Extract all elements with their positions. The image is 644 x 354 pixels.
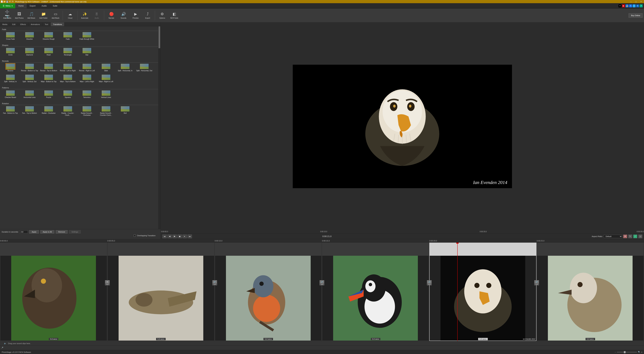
- transition-reveal-left-to-right[interactable]: Reveal - Left to Right: [59, 64, 77, 73]
- loop-button[interactable]: ↻: [628, 235, 632, 238]
- aspect-select[interactable]: Default: [604, 235, 622, 238]
- twitter-icon[interactable]: t: [632, 4, 636, 8]
- toolbar-cloud[interactable]: ☁Cloud: [64, 10, 76, 21]
- timeline-view-button[interactable]: ≡: [641, 351, 642, 353]
- transition-radial-smooth-counter-clock-[interactable]: Radial Smooth - Counter-Clock...: [97, 106, 115, 116]
- tab-export[interactable]: Export: [27, 3, 38, 9]
- transition-radial-clockwise[interactable]: Radial - Clockwise: [40, 106, 58, 116]
- timeline-ruler[interactable]: 0:00:00.00:00:05.00:00:10.00:00:15.00:00…: [0, 239, 644, 243]
- transition-chip[interactable]: 🔗2.0: [427, 280, 432, 285]
- preview-time-ruler[interactable]: 0:00:00.0 0:00:10.0 0:00:20.0 0:00:30.0: [161, 230, 644, 233]
- transition-cross-fade[interactable]: Cross Fade: [1, 32, 20, 42]
- transition-split-horizontal-in[interactable]: Split - Horizontal, In: [116, 64, 134, 73]
- panel-tab-effects[interactable]: Effects: [18, 22, 28, 26]
- thumbs-up-icon[interactable]: 👍: [626, 4, 628, 8]
- transition-dissolve[interactable]: Dissolve: [20, 32, 38, 42]
- playhead[interactable]: [457, 243, 458, 341]
- close-button[interactable]: ✕: [639, 0, 643, 3]
- transition-reveal-top-to-bottom[interactable]: Reveal - Top to Bottom: [40, 64, 58, 73]
- transition-star[interactable]: Star: [78, 48, 96, 58]
- last-frame-button[interactable]: ⏭: [188, 235, 192, 238]
- open-icon[interactable]: 📂: [3, 1, 6, 3]
- file-icon[interactable]: 📄: [1, 1, 3, 3]
- transition-chip[interactable]: 🔗2.0: [320, 280, 324, 285]
- transition-reveal-right-to-left[interactable]: Reveal - Right to Left: [78, 64, 96, 73]
- transition-radial-counter-clock-[interactable]: Radial - Counter-Clock...: [59, 106, 77, 116]
- toolbar-audio[interactable]: 🎚Audio: [91, 10, 103, 21]
- timeline-clip[interactable]: 5.0 secs🔗2.0: [215, 243, 322, 341]
- transition-wipe-top-to-bottom[interactable]: Wipe - Top to Bottom: [59, 74, 77, 84]
- stop-button[interactable]: ⏹: [178, 235, 182, 238]
- overlap-checkbox[interactable]: [134, 235, 136, 237]
- panel-tab-text[interactable]: Text: [42, 22, 51, 26]
- sound-track-row[interactable]: 🔈 Drag your sound clips here.: [0, 341, 644, 345]
- panel-tab-animations[interactable]: Animations: [28, 22, 42, 26]
- menu-dropdown-button[interactable]: ☰ Menu ▾: [0, 3, 15, 9]
- transition-tetromino[interactable]: Tetromino: [78, 90, 96, 100]
- scrollbar-vertical[interactable]: [158, 26, 160, 229]
- panel-tab-edit[interactable]: Edit: [10, 22, 18, 26]
- youtube-icon[interactable]: ▶: [622, 4, 625, 8]
- toolbar-nch-suite[interactable]: ◧NCH Suite: [168, 10, 180, 21]
- toolbar-export[interactable]: ⤴Export: [142, 10, 154, 21]
- transition-slide[interactable]: Slide: [97, 64, 115, 73]
- toolbar-add-photos[interactable]: 🖼Add Photos: [14, 10, 25, 21]
- minimize-button[interactable]: —: [628, 0, 633, 3]
- timeline-clip[interactable]: 5.0 secs⏸2.0: [107, 243, 215, 341]
- tab-audio[interactable]: Audio: [38, 3, 50, 9]
- save-icon[interactable]: 💾: [6, 1, 8, 3]
- transition-heart[interactable]: Heart: [40, 48, 58, 58]
- transition-chip[interactable]: 🔗2.0: [212, 280, 217, 285]
- transitions-list[interactable]: FadeCross FadeDissolveDissolve RoughFade…: [0, 26, 160, 229]
- redo-icon[interactable]: ↷: [12, 1, 14, 3]
- toolbar-sounds[interactable]: 🔊Sounds: [118, 10, 129, 21]
- timeline-clip[interactable]: 5.0 secs🔗2.0: [322, 243, 429, 341]
- linkedin-icon[interactable]: in: [636, 4, 639, 8]
- next-frame-button[interactable]: ▸: [182, 235, 187, 238]
- detach-button[interactable]: ◲: [638, 235, 642, 238]
- transition-diamond[interactable]: Diamond: [20, 48, 38, 58]
- toolbar-preview[interactable]: ▶Preview: [130, 10, 142, 21]
- maximize-button[interactable]: ▢: [634, 0, 638, 3]
- toolbar-add-blank[interactable]: ▭Add Blank: [50, 10, 62, 21]
- settings-button[interactable]: Settings: [69, 230, 81, 234]
- apply-all-button[interactable]: Apply to All: [40, 230, 54, 234]
- transition-squares[interactable]: Squares: [59, 90, 77, 100]
- transition-chip[interactable]: ⏸2.0: [105, 280, 110, 285]
- toolbar-add-media[interactable]: ➕📷Add Media: [1, 10, 13, 21]
- transition-fan-bottom-to-top[interactable]: Fan - Bottom to Top: [1, 106, 20, 116]
- tab-home[interactable]: Home: [15, 3, 27, 9]
- transition-split-horizontal-out[interactable]: Split - Horizontal, Out: [135, 64, 153, 73]
- help-icon[interactable]: ?: [640, 4, 643, 8]
- snapshot-button[interactable]: ✖: [623, 235, 627, 238]
- transition-split-vertical-in[interactable]: Split - Vertical, In: [1, 74, 20, 84]
- transition-circle[interactable]: Circle: [1, 48, 20, 58]
- panel-tab-media[interactable]: Media: [0, 22, 10, 26]
- toolbar-add-music[interactable]: 🎵Add Music: [26, 10, 37, 21]
- narration-track-row[interactable]: 🎤: [0, 345, 644, 350]
- transition-vertical-lines[interactable]: Vertical Lines: [97, 90, 115, 100]
- transition-wipe-right-to-left[interactable]: Wipe - Right to Left: [97, 74, 115, 84]
- toolbar-narrate[interactable]: 🔴Narrate: [106, 10, 117, 21]
- transition-fade[interactable]: Fade: [59, 32, 77, 42]
- transition-dissolve-rough[interactable]: Dissolve Rough: [40, 32, 58, 42]
- panel-tab-transitions[interactable]: Transitions: [51, 22, 64, 26]
- flickr-icon[interactable]: ••: [618, 4, 622, 8]
- toolbar-add-folder[interactable]: 📁Add Folder: [38, 10, 49, 21]
- transition-checker-board[interactable]: Checker Board: [1, 90, 20, 100]
- transition-wipe-bottom-to-top[interactable]: Wipe - Bottom to Top: [40, 74, 58, 84]
- transition-reveal-bottom-to-top[interactable]: Reveal - Bottom to Top: [20, 64, 38, 73]
- transition-wipe-left-to-right[interactable]: Wipe - Left to Right: [78, 74, 96, 84]
- transition-roll[interactable]: Roll: [116, 106, 134, 116]
- transition-fade-through-white[interactable]: Fade through White: [78, 32, 96, 42]
- facebook-icon[interactable]: f: [629, 4, 632, 8]
- zoom-out-button[interactable]: −: [615, 351, 616, 353]
- duration-input[interactable]: [20, 230, 28, 233]
- storyboard-row[interactable]: 5.0 secs5.0 secs⏸2.05.0 secs🔗2.05.0 secs…: [0, 243, 644, 341]
- transition-rectangle[interactable]: Rectangle: [59, 48, 77, 58]
- transition-puzzle[interactable]: Puzzle: [40, 90, 58, 100]
- timeline-clip[interactable]: 5.0 secs🔗2.0: [537, 243, 644, 341]
- transition-horizontal-lines[interactable]: Horizontal Lines: [20, 90, 38, 100]
- toolbar-automate[interactable]: ✨Automate: [79, 10, 90, 21]
- tab-suite[interactable]: Suite: [50, 3, 60, 9]
